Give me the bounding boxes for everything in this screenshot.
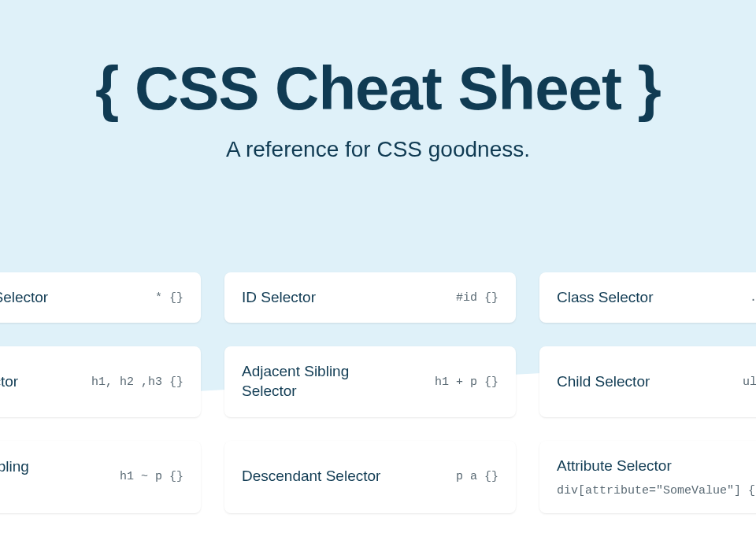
card-title: Adjacent Sibling Selector — [242, 362, 384, 401]
card-title: Type Selector — [0, 372, 18, 392]
card-title: Class Selector — [557, 288, 654, 308]
card-child-selector: Child Selector ul > li {} — [539, 346, 756, 416]
card-attribute-selector: Attribute Selector div[attribute="SomeVa… — [539, 441, 756, 513]
card-type-selector: Type Selector h1, h2 ,h3 {} — [0, 346, 201, 416]
card-title: General Sibling Selector — [0, 457, 69, 496]
card-adjacent-sibling-selector: Adjacent Sibling Selector h1 + p {} — [224, 346, 516, 416]
card-code: p a {} — [456, 470, 498, 483]
card-code: .class {} — [750, 291, 756, 305]
card-code: #id {} — [456, 291, 498, 305]
card-code: h1 ~ p {} — [120, 470, 183, 483]
card-code: h1, h2 ,h3 {} — [91, 375, 183, 389]
card-code: div[attribute="SomeValue"] {} — [557, 484, 756, 497]
card-grid: Universal Selector * {} ID Selector #id … — [0, 272, 756, 513]
card-title: ID Selector — [242, 288, 316, 308]
card-title: Universal Selector — [0, 288, 48, 308]
card-title: Attribute Selector — [557, 457, 672, 476]
card-title: Descendant Selector — [242, 467, 380, 486]
hero-section: { CSS Cheat Sheet } A reference for CSS … — [0, 0, 756, 194]
card-title: Child Selector — [557, 372, 650, 392]
card-descendant-selector: Descendant Selector p a {} — [224, 441, 516, 513]
card-universal-selector: Universal Selector * {} — [0, 272, 201, 324]
page-title: { CSS Cheat Sheet } — [0, 55, 756, 123]
card-code: ul > li {} — [743, 375, 756, 389]
card-code: h1 + p {} — [435, 375, 498, 389]
page-subtitle: A reference for CSS goodness. — [0, 137, 756, 162]
card-id-selector: ID Selector #id {} — [224, 272, 516, 324]
card-class-selector: Class Selector .class {} — [539, 272, 756, 324]
card-general-sibling-selector: General Sibling Selector h1 ~ p {} — [0, 441, 201, 513]
card-code: * {} — [155, 291, 183, 305]
